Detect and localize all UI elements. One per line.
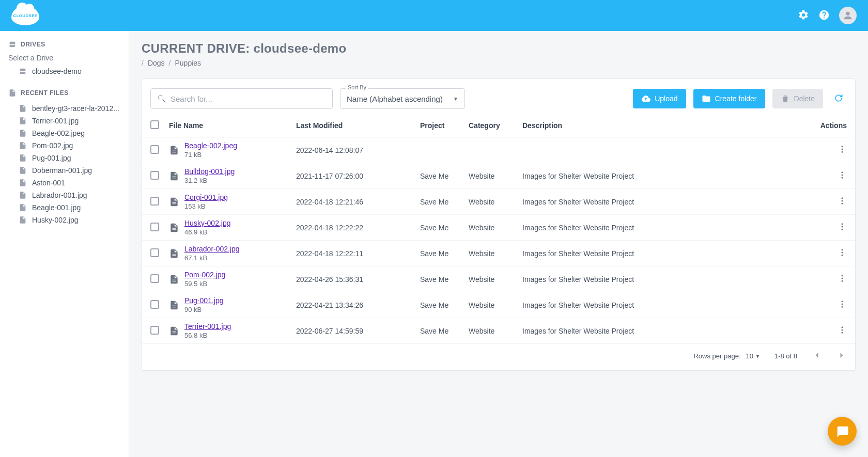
sidebar-recent-item[interactable]: Terrier-001.jpg <box>8 115 120 127</box>
row-menu-button[interactable] <box>838 325 847 335</box>
row-menu-button[interactable] <box>838 274 847 283</box>
refresh-button[interactable] <box>830 90 847 108</box>
sidebar-recent-item[interactable]: Beagle-002.jpeg <box>8 127 120 139</box>
svg-point-23 <box>842 332 843 334</box>
file-name-link[interactable]: Labrador-002.jpg <box>184 245 240 253</box>
cell-project <box>416 137 464 163</box>
svg-point-17 <box>842 280 843 282</box>
sort-select[interactable]: Sort By Name (Alphabet ascending) ▼ <box>340 88 465 109</box>
cell-project: Save Me <box>416 189 464 215</box>
sidebar-recent-item[interactable]: bentley-gt3-racer-la-2012... <box>8 102 120 115</box>
file-size: 67.1 kB <box>184 254 240 262</box>
brand-logo[interactable]: CLOUDSEE <box>11 6 39 25</box>
col-category[interactable]: Category <box>464 115 518 137</box>
rows-per-page: Rows per page: 10 ▼ <box>693 352 760 360</box>
sidebar-drive-item[interactable]: cloudsee-demo <box>8 65 120 77</box>
file-name-link[interactable]: Terrier-001.jpg <box>184 322 231 330</box>
svg-point-4 <box>842 175 843 176</box>
row-checkbox[interactable] <box>150 300 159 309</box>
create-folder-button[interactable]: Create folder <box>693 89 765 108</box>
prev-page-button[interactable] <box>812 350 822 362</box>
file-name-link[interactable]: Husky-002.jpg <box>184 219 231 227</box>
file-name-link[interactable]: Beagle-002.jpeg <box>184 141 237 150</box>
file-icon <box>169 223 179 233</box>
row-checkbox[interactable] <box>150 145 159 154</box>
pagination-range: 1-8 of 8 <box>774 352 797 360</box>
account-avatar[interactable] <box>839 7 857 24</box>
rows-per-page-select[interactable]: 10 ▼ <box>746 352 760 360</box>
sidebar-recent-item[interactable]: Beagle-001.jpg <box>8 201 120 214</box>
next-page-button[interactable] <box>836 350 847 362</box>
chat-button[interactable] <box>828 417 857 446</box>
row-checkbox[interactable] <box>150 223 159 231</box>
row-checkbox[interactable] <box>150 197 159 206</box>
cell-category: Website <box>464 189 518 215</box>
row-menu-button[interactable] <box>838 222 847 231</box>
upload-button[interactable]: Upload <box>633 89 686 108</box>
table-row: Terrier-001.jpg56.8 kB2022-06-27 14:59:5… <box>142 318 855 344</box>
gear-icon[interactable] <box>798 9 809 22</box>
folder-icon <box>702 94 711 103</box>
breadcrumb-item[interactable]: Dogs <box>142 59 165 67</box>
col-last-modified[interactable]: Last Modified <box>292 115 416 137</box>
cell-last-modified: 2022-04-18 12:22:11 <box>292 241 416 266</box>
help-icon[interactable] <box>818 9 830 22</box>
file-name-link[interactable]: Bulldog-001.jpg <box>184 167 235 176</box>
file-icon <box>19 203 27 212</box>
file-name-link[interactable]: Corgi-001.jpg <box>184 193 228 201</box>
cell-project: Save Me <box>416 266 464 292</box>
topbar: CLOUDSEE <box>0 0 868 31</box>
trash-icon <box>781 94 790 103</box>
sidebar-item-label: Pom-002.jpg <box>32 141 73 150</box>
svg-point-11 <box>842 229 843 230</box>
cell-last-modified: 2022-04-21 13:34:26 <box>292 292 416 318</box>
sidebar: DRIVES Select a Drive cloudsee-demo RECE… <box>0 31 129 457</box>
sidebar-item-label: Aston-001 <box>32 179 65 187</box>
sidebar-recent-item[interactable]: Pug-001.jpg <box>8 152 120 164</box>
row-checkbox[interactable] <box>150 274 159 283</box>
cell-project: Save Me <box>416 215 464 241</box>
row-checkbox[interactable] <box>150 326 159 335</box>
sidebar-recent-item[interactable]: Pom-002.jpg <box>8 139 120 152</box>
delete-button[interactable]: Delete <box>772 89 823 108</box>
sidebar-item-label: Terrier-001.jpg <box>32 117 79 125</box>
sidebar-item-label: Husky-002.jpg <box>32 216 79 224</box>
sidebar-recent-item[interactable]: Doberman-001.jpg <box>8 164 120 177</box>
sidebar-item-label: Beagle-001.jpg <box>32 203 81 212</box>
cell-description: Images for Shelter Website Project <box>518 292 809 318</box>
file-icon <box>19 117 27 125</box>
row-menu-button[interactable] <box>838 248 847 257</box>
file-name-link[interactable]: Pom-002.jpg <box>184 271 225 279</box>
more-vert-icon <box>838 170 847 180</box>
row-checkbox[interactable] <box>150 171 159 180</box>
search-input-wrap[interactable] <box>150 88 333 109</box>
row-menu-button[interactable] <box>838 300 847 309</box>
breadcrumb: Dogs Puppies <box>142 59 856 67</box>
sort-value: Name (Alphabet ascending) <box>347 94 443 103</box>
col-actions: Actions <box>809 115 855 137</box>
sidebar-recent-item[interactable]: Aston-001 <box>8 177 120 189</box>
chevron-down-icon: ▼ <box>755 354 760 359</box>
breadcrumb-item[interactable]: Puppies <box>169 59 201 67</box>
col-project[interactable]: Project <box>416 115 464 137</box>
svg-point-21 <box>842 326 843 328</box>
table-footer: Rows per page: 10 ▼ 1-8 of 8 <box>142 344 855 370</box>
file-icon <box>19 129 27 137</box>
col-file-name[interactable]: File Name <box>165 115 292 137</box>
sidebar-recent-item[interactable]: Husky-002.jpg <box>8 214 120 226</box>
col-description[interactable]: Description <box>518 115 809 137</box>
cell-category <box>464 137 518 163</box>
select-all-checkbox[interactable] <box>150 120 159 129</box>
file-icon <box>19 104 27 113</box>
table-row: Pug-001.jpg90 kB2022-04-21 13:34:26Save … <box>142 292 855 318</box>
row-menu-button[interactable] <box>838 196 847 206</box>
row-checkbox[interactable] <box>150 248 159 257</box>
table-row: Labrador-002.jpg67.1 kB2022-04-18 12:22:… <box>142 241 855 266</box>
cell-description: Images for Shelter Website Project <box>518 189 809 215</box>
row-menu-button[interactable] <box>838 170 847 180</box>
file-size: 46.9 kB <box>184 228 231 236</box>
row-menu-button[interactable] <box>838 145 847 154</box>
sidebar-recent-item[interactable]: Labrador-001.jpg <box>8 189 120 201</box>
search-input[interactable] <box>171 94 326 103</box>
file-name-link[interactable]: Pug-001.jpg <box>184 296 224 305</box>
